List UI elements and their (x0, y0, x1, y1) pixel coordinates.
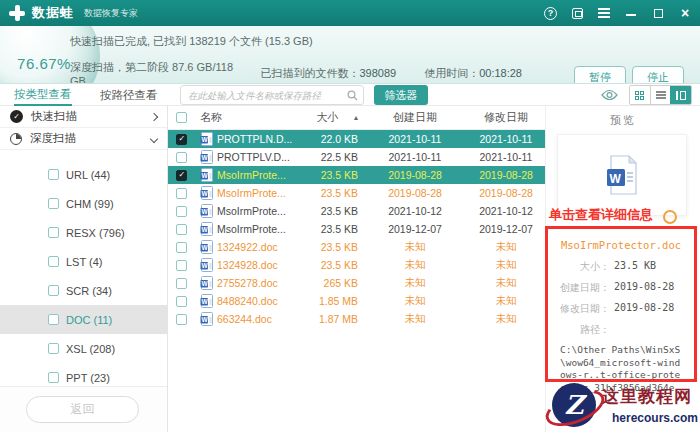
table-body: WPROTTPLN.D...22.0 KB2021-10-112021-10-1… (168, 130, 545, 328)
tab-view-by-path[interactable]: 按路径查看 (100, 84, 158, 106)
type-checkbox[interactable] (48, 227, 59, 238)
word-file-icon: W (200, 150, 213, 164)
table-row[interactable]: W1324922.doc23.5 KB未知未知 (168, 238, 545, 256)
list-view-icon[interactable] (650, 86, 671, 104)
file-created: 2021-10-11 (389, 133, 442, 145)
file-size: 1.85 MB (319, 295, 368, 307)
row-checkbox[interactable] (176, 206, 187, 217)
type-checkbox[interactable] (48, 169, 59, 180)
table-row[interactable]: W1324928.doc23.5 KB未知未知 (168, 256, 545, 274)
file-modified: 未知 (496, 276, 517, 290)
help-icon[interactable]: ? (544, 7, 557, 20)
grid-view-icon[interactable] (630, 86, 650, 104)
scan-header: 76.67% 快速扫描已完成, 已找到 138219 个文件 (15.3 GB)… (0, 26, 700, 84)
select-all-checkbox[interactable] (176, 112, 187, 123)
header-modified[interactable]: 修改日期 (484, 110, 528, 125)
file-name: 1324922.doc (217, 241, 278, 253)
table-row[interactable]: W2755278.doc265 KB未知未知 (168, 274, 545, 292)
type-checkbox[interactable] (48, 285, 59, 296)
file-modified: 未知 (496, 312, 517, 326)
file-created: 未知 (405, 240, 426, 254)
maximize-icon[interactable] (651, 6, 665, 20)
type-label: XSL (208) (66, 343, 115, 355)
row-checkbox[interactable] (176, 188, 187, 199)
sidebar-type-doc[interactable]: DOC (11) (0, 305, 167, 334)
type-label: PPT (23) (66, 372, 110, 384)
type-checkbox[interactable] (48, 314, 59, 325)
table-row[interactable]: WMsoIrmProte...23.5 KB2019-08-282019-08-… (168, 184, 545, 202)
eye-icon[interactable] (601, 87, 618, 105)
file-modified: 2019-12-07 (479, 223, 533, 235)
word-file-icon: W (200, 186, 213, 200)
word-file-icon: W (200, 240, 213, 254)
word-file-icon: W (200, 258, 213, 272)
watermark-title: 这里教程网 (602, 387, 692, 406)
table-row[interactable]: W663244.doc1.87 MB未知未知 (168, 310, 545, 328)
type-label: LST (4) (66, 256, 102, 268)
row-checkbox[interactable] (176, 296, 187, 307)
row-checkbox[interactable] (176, 224, 187, 235)
file-size: 23.5 KB (321, 223, 368, 235)
svg-text:W: W (202, 172, 209, 179)
svg-text:W: W (202, 154, 209, 161)
preview-card[interactable]: W (557, 134, 687, 216)
type-label: SCR (34) (66, 285, 112, 297)
table-row[interactable]: WMsoIrmProte...23.5 KB2019-08-282019-08-… (168, 166, 545, 184)
sidebar-type-scr[interactable]: SCR (34) (0, 276, 167, 305)
row-checkbox[interactable] (176, 242, 187, 253)
table-row[interactable]: WPROTTPLV.D...22.5 KB2021-10-112021-10-1… (168, 148, 545, 166)
menu-icon[interactable] (597, 6, 611, 20)
header-created[interactable]: 创建日期 (393, 110, 437, 125)
header-name[interactable]: 名称 (200, 110, 308, 125)
detail-created-label: 创建日期： (548, 281, 610, 295)
row-checkbox[interactable] (176, 260, 187, 271)
detail-view-icon[interactable] (670, 86, 691, 104)
type-checkbox[interactable] (48, 372, 59, 383)
type-checkbox[interactable] (48, 198, 59, 209)
sidebar-type-rtf[interactable]: RTF (6635) (0, 152, 167, 160)
type-label: DOC (11) (66, 314, 112, 326)
app-name: 数据蛙 (32, 4, 74, 22)
sidebar-item-quick-scan[interactable]: ✓ 快速扫描 (0, 106, 167, 128)
table-row[interactable]: WMsoIrmProte...23.5 KB2019-12-072019-12-… (168, 220, 545, 238)
table-row[interactable]: WPROTTPLN.D...22.0 KB2021-10-112021-10-1… (168, 130, 545, 148)
back-button[interactable]: 返回 (26, 396, 139, 423)
minimize-icon[interactable] (624, 6, 638, 20)
sidebar-type-resx[interactable]: RESX (796) (0, 218, 167, 247)
tab-view-by-type[interactable]: 按类型查看 (14, 84, 72, 106)
pause-button[interactable]: 暂停 (574, 66, 626, 84)
header-size[interactable]: 大小▲ (308, 110, 368, 125)
sidebar-type-xsl[interactable]: XSL (208) (0, 334, 167, 363)
sidebar-item-deep-scan[interactable]: 深度扫描 (0, 128, 167, 150)
sidebar-footer: 返回 (0, 386, 167, 432)
stop-button[interactable]: 停止 (632, 66, 684, 84)
table-row[interactable]: W8488240.doc1.85 MB未知未知 (168, 292, 545, 310)
save-icon[interactable] (570, 6, 584, 20)
file-name: MsoIrmProte... (217, 223, 286, 235)
file-name: PROTTPLV.D... (217, 151, 290, 163)
table-row[interactable]: WMsoIrmProte...23.5 KB2021-10-122021-10-… (168, 202, 545, 220)
type-label: RESX (796) (66, 227, 125, 239)
type-checkbox[interactable] (48, 256, 59, 267)
row-checkbox[interactable] (176, 314, 187, 325)
row-checkbox[interactable] (176, 134, 187, 145)
sidebar: ✓ 快速扫描 深度扫描 RTF (6635)URL (44)CHM (99)RE… (0, 106, 168, 432)
row-checkbox[interactable] (176, 170, 187, 181)
time-used: 使用时间：00:18:28 (424, 66, 522, 81)
row-checkbox[interactable] (176, 278, 187, 289)
search-input[interactable] (181, 90, 347, 101)
filter-button[interactable]: 筛选器 (374, 85, 428, 105)
row-checkbox[interactable] (176, 152, 187, 163)
sort-asc-icon: ▲ (353, 114, 360, 121)
data-recovery-app: 数据蛙 数据恢复专家 ? × 76.67% 快速扫描已完成, 已找到 13821… (0, 0, 700, 432)
file-type-scroll[interactable]: RTF (6635)URL (44)CHM (99)RESX (796)LST … (0, 152, 167, 388)
sidebar-type-ppt[interactable]: PPT (23) (0, 363, 167, 388)
sidebar-type-url[interactable]: URL (44) (0, 160, 167, 189)
word-file-icon: W (200, 294, 213, 308)
sidebar-type-chm[interactable]: CHM (99) (0, 189, 167, 218)
sidebar-type-lst[interactable]: LST (4) (0, 247, 167, 276)
type-checkbox[interactable] (48, 343, 59, 354)
close-icon[interactable]: × (678, 6, 692, 20)
file-modified: 2021-10-11 (480, 151, 533, 163)
file-created: 未知 (405, 276, 426, 290)
